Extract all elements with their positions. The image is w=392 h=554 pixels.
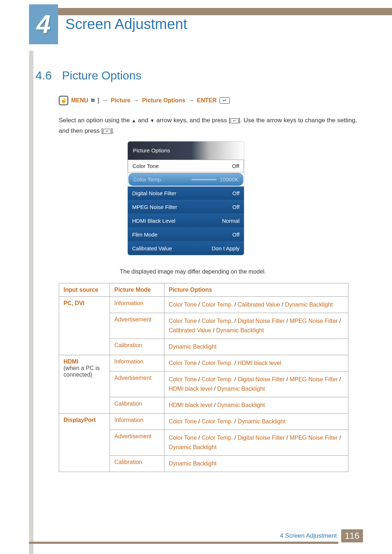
cell-picture-options: Color Tone / Color Temp. / Digital Noise… (164, 430, 348, 456)
cell-picture-options: Color Tone / Color Temp. / Dynamic Backl… (164, 414, 348, 430)
osd-row-label: HDMI Black Level (132, 218, 175, 224)
picture-options-table: Input source Picture Mode Picture Option… (59, 283, 348, 472)
osd-row-value: 10000K (191, 176, 238, 182)
osd-row: MPEG Noise FilterOff (128, 200, 244, 214)
input-source-name: PC, DVI (64, 300, 105, 307)
cell-picture-options: Color Tone / Color Temp. / HDMI black le… (164, 355, 348, 372)
osd-row-value: Don t Apply (212, 245, 240, 251)
osd-row: Color Temp.10000K (128, 173, 243, 186)
cell-picture-options: Color Tone / Color Temp. / Digital Noise… (164, 372, 348, 397)
menu-label: MENU (71, 97, 88, 104)
page: 4 Screen Adjustment 4.6 Picture Options … (0, 0, 392, 554)
osd-menu: Picture Options Color ToneOffColor Temp.… (128, 141, 244, 255)
table-row: HDMI(when a PC is connected)InformationC… (59, 355, 348, 372)
left-margin-strip (29, 51, 33, 554)
enter-icon: ↵ (103, 129, 111, 134)
table-row: PC, DVIInformationColor Tone / Color Tem… (59, 297, 348, 313)
osd-row-value: Off (232, 204, 240, 210)
instruction-text: Select an option using the ▲ and ▼ arrow… (59, 115, 363, 136)
enter-icon: ↵ (230, 118, 238, 123)
cell-input-source: DisplayPort (59, 414, 110, 472)
menu-path: ☝ MENU m ] → Picture → Picture Options →… (59, 96, 230, 105)
crumb-picture: Picture (111, 97, 130, 104)
osd-row-label: Flim Mode (132, 231, 158, 238)
up-arrow-icon: ▲ (131, 118, 136, 123)
cell-picture-mode: Information (110, 414, 164, 430)
menu-m-icon: m (91, 97, 95, 104)
image-caption: The displayed image may differ depending… (120, 268, 266, 275)
chapter-title: Screen Adjustment (65, 16, 187, 32)
input-source-name: DisplayPort (64, 417, 105, 423)
slider-track (191, 179, 217, 180)
osd-title: Picture Options (128, 141, 244, 160)
section-heading: 4.6 Picture Options (36, 69, 142, 82)
footer-chapter-ref: 4 Screen Adjustment (280, 532, 337, 539)
input-source-note: (when a PC is connected) (64, 365, 105, 378)
cell-picture-options: Color Tone / Color Temp. / Calibrated Va… (164, 297, 348, 313)
input-source-name: HDMI (64, 358, 105, 365)
cell-picture-options: HDMI black level / Dynamic Backlight (164, 397, 348, 414)
hand-icon: ☝ (59, 96, 68, 105)
osd-row-label: Color Tone (132, 163, 159, 169)
cell-picture-mode: Calibration (110, 397, 164, 414)
chapter-header: 4 Screen Adjustment (29, 8, 392, 44)
cell-picture-mode: Advertisement (110, 430, 164, 456)
enter-icon: ↵ (220, 97, 230, 104)
footer-accent (29, 542, 338, 544)
table-row: DisplayPortInformationColor Tone / Color… (59, 414, 348, 430)
arrow-icon: → (102, 97, 108, 104)
footer: 4 Screen Adjustment 116 (29, 529, 363, 542)
osd-row: Digital Noise FilterOff (128, 186, 244, 200)
th-input-source: Input source (59, 283, 110, 297)
osd-row-label: Color Temp. (133, 176, 163, 182)
cell-picture-options: Color Tone / Color Temp. / Digital Noise… (164, 313, 348, 339)
cell-picture-mode: Advertisement (110, 313, 164, 339)
cell-picture-mode: Information (110, 355, 164, 372)
bracket: ] (98, 97, 99, 104)
text: and (136, 117, 150, 124)
osd-row-value: Normal (222, 218, 240, 224)
text: arrow keys, and the press [ (155, 117, 230, 124)
osd-row-value: Off (232, 190, 240, 196)
osd-row: HDMI Black LevelNormal (128, 214, 244, 227)
header-accent (29, 8, 392, 15)
th-picture-options: Picture Options (164, 283, 348, 297)
cell-input-source: PC, DVI (59, 297, 110, 355)
enter-label: ENTER (197, 97, 217, 104)
arrow-icon: → (188, 97, 194, 104)
osd-row-value: Off (232, 231, 240, 238)
section-number: 4.6 (36, 69, 52, 82)
th-picture-mode: Picture Mode (110, 283, 164, 297)
cell-picture-mode: Calibration (110, 456, 164, 472)
osd-row: Calibrated ValueDon t Apply (128, 241, 244, 255)
cell-picture-mode: Calibration (110, 339, 164, 355)
chapter-number-badge: 4 (29, 4, 58, 44)
down-arrow-icon: ▼ (150, 118, 155, 123)
osd-row-label: Calibrated Value (132, 245, 172, 251)
cell-input-source: HDMI(when a PC is connected) (59, 355, 110, 414)
arrow-icon: → (133, 97, 139, 104)
osd-row: Flim ModeOff (128, 227, 244, 241)
osd-row-label: MPEG Noise Filter (132, 204, 177, 210)
text: Select an option using the (59, 117, 131, 124)
cell-picture-options: Dynamic Backlight (164, 339, 348, 355)
section-title: Picture Options (62, 69, 142, 82)
page-number: 116 (341, 529, 363, 542)
cell-picture-mode: Information (110, 297, 164, 313)
cell-picture-mode: Advertisement (110, 372, 164, 397)
crumb-picture-options: Picture Options (142, 97, 185, 104)
osd-row: Color ToneOff (128, 160, 244, 172)
osd-row-value: Off (232, 163, 239, 169)
text: ]. (111, 127, 114, 134)
cell-picture-options: Dynamic Backlight (164, 456, 348, 472)
osd-row-label: Digital Noise Filter (132, 190, 176, 196)
